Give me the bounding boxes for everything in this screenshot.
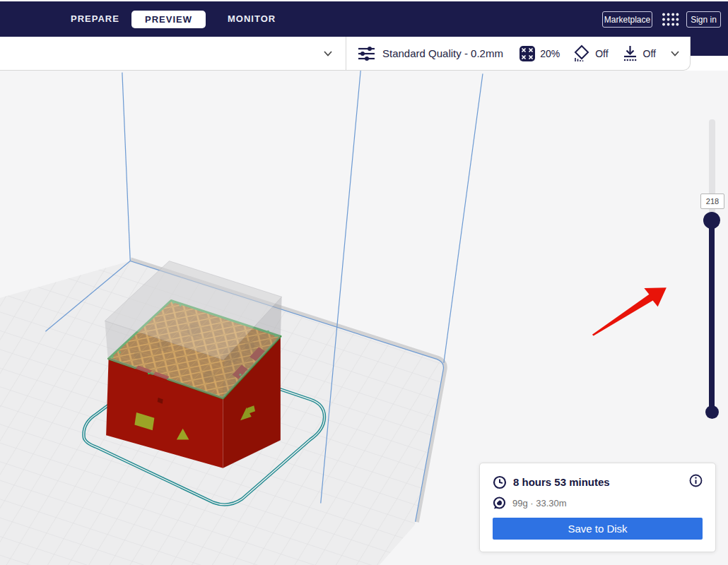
- infill-icon: [519, 45, 536, 62]
- tab-preview[interactable]: PREVIEW: [131, 11, 206, 28]
- printer-selector-dropdown[interactable]: [0, 37, 346, 70]
- print-time: 8 hours 53 minutes: [513, 476, 610, 488]
- infill-value: 20%: [540, 48, 560, 59]
- adhesion-icon: [621, 44, 639, 62]
- support-value: Off: [595, 48, 608, 59]
- save-to-disk-button[interactable]: Save to Disk: [493, 518, 703, 540]
- layer-slider-handle-top[interactable]: [703, 212, 720, 229]
- app-header: PREPARE PREVIEW MONITOR Marketplace Sign…: [0, 1, 728, 37]
- profile-label: Standard Quality - 0.2mm: [382, 47, 503, 59]
- infill-setting[interactable]: 20%: [519, 45, 560, 62]
- sign-in-button[interactable]: Sign in: [686, 11, 721, 28]
- clock-icon: [493, 475, 507, 489]
- layer-number-label: 218: [700, 194, 724, 209]
- print-settings-dropdown[interactable]: Standard Quality - 0.2mm 20%: [346, 37, 690, 70]
- app-switcher-icon[interactable]: [662, 12, 679, 27]
- print-summary-panel: 8 hours 53 minutes 99g · 33.30m Save to …: [479, 463, 716, 552]
- tab-prepare[interactable]: PREPARE: [71, 1, 119, 37]
- support-icon: [573, 44, 591, 62]
- material-spool-icon: [493, 496, 506, 510]
- settings-sliders-icon: [357, 45, 376, 62]
- support-setting[interactable]: Off: [573, 44, 608, 62]
- tab-monitor[interactable]: MONITOR: [228, 1, 276, 37]
- layer-slider-track-lower[interactable]: [709, 220, 715, 412]
- stage-toolbar: Standard Quality - 0.2mm 20%: [0, 37, 691, 71]
- marketplace-button[interactable]: Marketplace: [602, 11, 652, 28]
- layer-slider-handle-bottom[interactable]: [705, 405, 719, 419]
- adhesion-setting[interactable]: Off: [621, 44, 656, 62]
- material-usage: 99g · 33.30m: [512, 498, 567, 509]
- info-icon[interactable]: [689, 474, 703, 487]
- chevron-down-icon: [323, 50, 333, 57]
- adhesion-value: Off: [643, 48, 656, 59]
- settings-chevron-down-icon[interactable]: [670, 50, 680, 57]
